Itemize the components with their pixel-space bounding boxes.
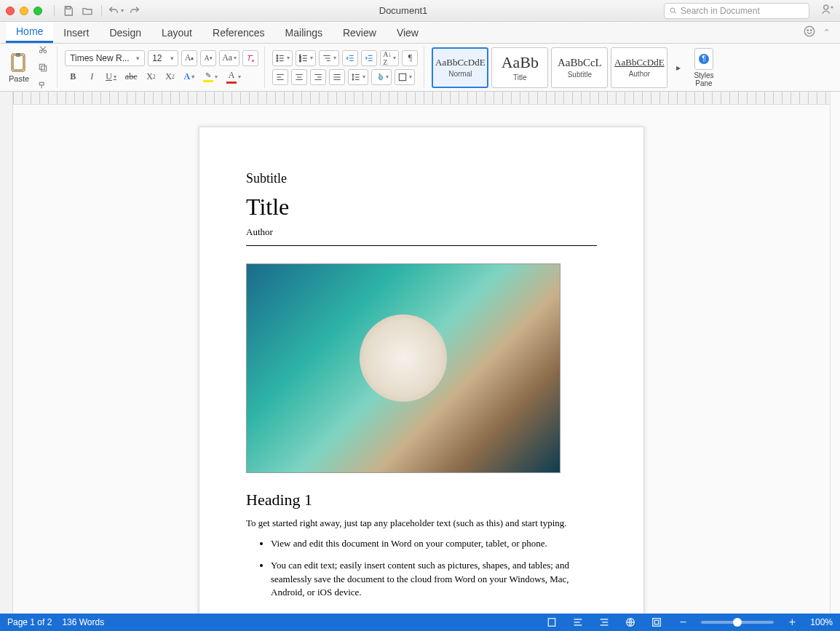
tab-references[interactable]: References: [202, 22, 275, 43]
strikethrough-button[interactable]: abc: [122, 69, 140, 85]
tab-home[interactable]: Home: [6, 22, 53, 43]
tab-mailings[interactable]: Mailings: [275, 22, 333, 43]
svg-point-15: [277, 60, 278, 61]
svg-rect-22: [653, 619, 661, 627]
underline-button[interactable]: U: [103, 69, 119, 85]
grow-font-icon[interactable]: A▴: [181, 50, 197, 66]
svg-rect-20: [549, 619, 555, 627]
clear-formatting-icon[interactable]: [242, 50, 258, 66]
word-count[interactable]: 136 Words: [62, 617, 104, 627]
status-bar: Page 1 of 2 136 Words − + 100%: [0, 614, 840, 631]
decrease-indent-icon[interactable]: [342, 50, 358, 66]
highlight-icon[interactable]: ✎: [200, 69, 221, 85]
show-marks-icon[interactable]: ¶: [402, 50, 418, 66]
svg-rect-19: [399, 74, 405, 80]
print-layout-view-icon[interactable]: [544, 616, 560, 629]
search-placeholder: Search in Document: [681, 6, 760, 16]
outline-view-icon[interactable]: [570, 616, 586, 629]
list-item[interactable]: You can edit text; easily insert content…: [271, 559, 597, 599]
document-scroll[interactable]: Subtitle Title Author Heading 1 To get s…: [13, 92, 830, 614]
doc-intro[interactable]: To get started right away, just tap any …: [246, 517, 597, 530]
bullets-icon[interactable]: [272, 50, 293, 66]
search-input[interactable]: Search in Document: [664, 3, 809, 19]
open-icon[interactable]: [79, 4, 95, 18]
sort-icon[interactable]: A↓Z: [380, 50, 399, 66]
doc-title-text[interactable]: Title: [246, 194, 597, 221]
clipboard-group: Paste: [6, 47, 58, 88]
line-spacing-icon[interactable]: [348, 69, 368, 85]
style-normal[interactable]: AaBbCcDdE Normal: [432, 47, 488, 88]
increase-indent-icon[interactable]: [361, 50, 377, 66]
doc-bullet-list[interactable]: View and edit this document in Word on y…: [246, 537, 597, 599]
page[interactable]: Subtitle Title Author Heading 1 To get s…: [199, 127, 644, 614]
align-right-icon[interactable]: [310, 69, 326, 85]
doc-subtitle[interactable]: Subtitle: [246, 171, 597, 186]
doc-heading1[interactable]: Heading 1: [246, 491, 597, 509]
copy-icon[interactable]: [35, 60, 51, 76]
draft-view-icon[interactable]: [596, 616, 612, 629]
zoom-window-button[interactable]: [33, 7, 42, 15]
style-subtitle[interactable]: AaBbCcL Subtitle: [551, 47, 608, 88]
change-case-icon[interactable]: Aa: [219, 50, 239, 66]
zoom-level[interactable]: 100%: [810, 617, 833, 627]
font-name-combo[interactable]: Times New R...▾: [65, 50, 145, 66]
page-info[interactable]: Page 1 of 2: [7, 617, 52, 627]
tab-design[interactable]: Design: [99, 22, 151, 43]
close-window-button[interactable]: [6, 7, 15, 15]
zoom-out-icon[interactable]: −: [675, 616, 691, 629]
svg-rect-12: [39, 64, 44, 69]
subscript-button[interactable]: X2: [143, 69, 159, 85]
numbering-icon[interactable]: 123: [296, 50, 316, 66]
doc-author[interactable]: Author: [246, 226, 597, 238]
svg-point-14: [277, 57, 278, 59]
styles-more-icon[interactable]: ▸: [670, 47, 686, 88]
window-controls: [6, 7, 42, 15]
align-center-icon[interactable]: [291, 69, 307, 85]
superscript-button[interactable]: X2: [162, 69, 178, 85]
style-title[interactable]: AaBb Title: [491, 47, 548, 88]
save-icon[interactable]: [60, 4, 76, 18]
focus-view-icon[interactable]: [649, 616, 665, 629]
vertical-ruler[interactable]: [0, 92, 13, 614]
list-item[interactable]: View and edit this document in Word on y…: [271, 537, 597, 550]
tab-layout[interactable]: Layout: [151, 22, 202, 43]
style-author[interactable]: AaBbCcDdE Author: [611, 47, 667, 88]
borders-icon[interactable]: [395, 69, 415, 85]
horizontal-ruler[interactable]: [13, 92, 830, 105]
emoji-icon[interactable]: [803, 25, 816, 40]
zoom-slider[interactable]: [701, 621, 774, 624]
justify-icon[interactable]: [329, 69, 345, 85]
tab-view[interactable]: View: [387, 22, 429, 43]
shrink-font-icon[interactable]: A▾: [200, 50, 216, 66]
text-effects-icon[interactable]: A: [181, 69, 197, 85]
doc-image[interactable]: [246, 263, 560, 473]
svg-point-2: [824, 5, 828, 9]
styles-group: AaBbCcDdE Normal AaBb Title AaBbCcL Subt…: [432, 47, 724, 88]
tab-review[interactable]: Review: [333, 22, 387, 43]
shading-icon[interactable]: [371, 69, 392, 85]
styles-pane-button[interactable]: ¶ Styles Pane: [689, 47, 718, 89]
zoom-in-icon[interactable]: +: [784, 616, 800, 629]
paste-button[interactable]: Paste: [6, 51, 32, 84]
font-color-icon[interactable]: A: [223, 69, 244, 85]
svg-rect-11: [41, 66, 47, 71]
svg-rect-6: [13, 55, 23, 70]
cut-icon[interactable]: [35, 41, 51, 57]
multilevel-list-icon[interactable]: [319, 50, 339, 66]
bold-button[interactable]: B: [65, 69, 81, 85]
font-size-combo[interactable]: 12▾: [148, 50, 178, 66]
share-icon[interactable]: [821, 3, 834, 18]
minimize-window-button[interactable]: [20, 7, 28, 15]
svg-point-4: [807, 30, 809, 31]
align-left-icon[interactable]: [272, 69, 288, 85]
italic-button[interactable]: I: [84, 69, 100, 85]
vertical-scrollbar[interactable]: [830, 92, 840, 614]
collapse-ribbon-icon[interactable]: ⌃: [823, 28, 830, 37]
zoom-thumb[interactable]: [733, 618, 742, 627]
web-layout-view-icon[interactable]: [622, 616, 638, 629]
tab-insert[interactable]: Insert: [53, 22, 99, 43]
undo-icon[interactable]: [108, 4, 124, 18]
svg-point-13: [277, 55, 278, 56]
redo-icon[interactable]: [127, 4, 143, 18]
search-icon: [669, 7, 678, 15]
